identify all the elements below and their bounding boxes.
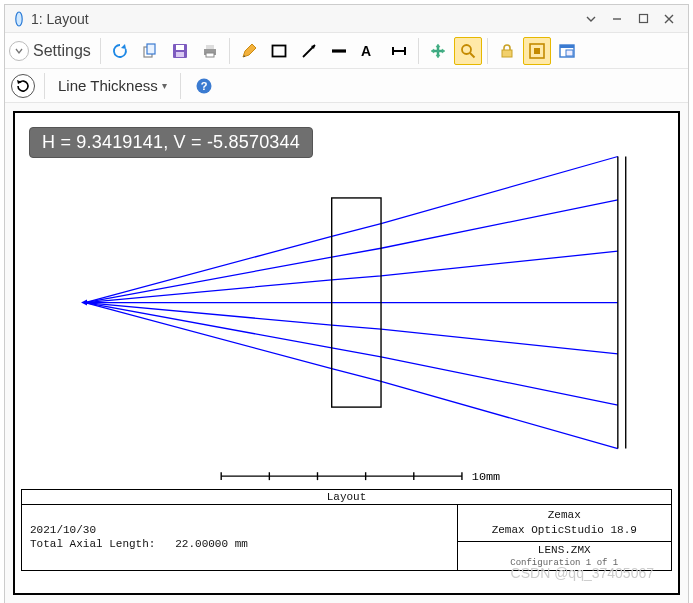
footer-left-cell: 2021/10/30 Total Axial Length: 22.00000 … [22, 505, 458, 571]
maximize-button[interactable] [630, 8, 656, 30]
separator [100, 38, 101, 64]
dimension-tool-button[interactable] [385, 37, 413, 65]
reset-view-button[interactable] [11, 74, 35, 98]
separator [44, 73, 45, 99]
app-window: 1: Layout Settings [4, 4, 689, 603]
footer-right-top: Zemax Zemax OpticStudio 18.9 [457, 505, 672, 542]
refresh-button[interactable] [106, 37, 134, 65]
rectangle-tool-button[interactable] [265, 37, 293, 65]
svg-text:10mm: 10mm [472, 470, 500, 484]
minimize-button[interactable] [604, 8, 630, 30]
window-options-button[interactable] [553, 37, 581, 65]
pan-button[interactable] [424, 37, 452, 65]
app-icon [11, 11, 27, 27]
svg-point-19 [462, 45, 471, 54]
svg-rect-25 [560, 45, 574, 48]
svg-rect-11 [206, 53, 214, 57]
svg-rect-21 [502, 50, 512, 57]
zoom-button[interactable] [454, 37, 482, 65]
close-button[interactable] [656, 8, 682, 30]
coordinate-readout: H = 9.3419141, V = -5.8570344 [29, 127, 313, 158]
window-title: 1: Layout [31, 11, 89, 27]
copy-button[interactable] [136, 37, 164, 65]
svg-rect-23 [534, 48, 540, 54]
settings-button[interactable]: Settings [33, 42, 91, 60]
text-tool-button[interactable]: A [355, 37, 383, 65]
line-thickness-dropdown[interactable]: Line Thickness ▾ [54, 75, 171, 96]
toolbar-main: Settings A [5, 33, 688, 69]
layout-canvas[interactable]: H = 9.3419141, V = -5.8570344 10mm Layou… [13, 111, 680, 595]
svg-rect-26 [566, 50, 573, 56]
chevron-down-icon: ▾ [162, 80, 167, 91]
footer-axial-label: Total Axial Length: [30, 538, 155, 550]
save-button[interactable] [166, 37, 194, 65]
line-tool-button[interactable] [295, 37, 323, 65]
footer-info-table: Layout 2021/10/30 Total Axial Length: 22… [21, 489, 672, 571]
expand-settings-button[interactable] [9, 41, 29, 61]
print-button[interactable] [196, 37, 224, 65]
svg-text:A: A [361, 43, 371, 59]
separator [180, 73, 181, 99]
separator [229, 38, 230, 64]
svg-rect-3 [639, 15, 647, 23]
footer-product: Zemax OpticStudio 18.9 [492, 524, 637, 536]
fit-view-button[interactable] [523, 37, 551, 65]
footer-date: 2021/10/30 [30, 524, 96, 536]
footer-title: Layout [22, 490, 672, 505]
footer-vendor: Zemax [548, 509, 581, 521]
svg-text:?: ? [201, 80, 208, 92]
pencil-tool-button[interactable] [235, 37, 263, 65]
line-thickness-label: Line Thickness [58, 77, 158, 94]
svg-rect-8 [176, 52, 184, 57]
svg-rect-10 [206, 45, 214, 49]
footer-filename: LENS.ZMX [538, 544, 591, 556]
help-button[interactable]: ? [190, 72, 218, 100]
lock-button[interactable] [493, 37, 521, 65]
ray-diagram: 10mm [21, 119, 672, 489]
dropdown-button[interactable] [578, 8, 604, 30]
svg-rect-12 [272, 45, 285, 56]
svg-rect-5 [147, 44, 155, 54]
titlebar: 1: Layout [5, 5, 688, 33]
footer-axial-value: 22.00000 mm [175, 538, 248, 550]
svg-line-20 [470, 53, 475, 58]
svg-rect-7 [176, 45, 184, 50]
footer-config: Configuration 1 of 1 [510, 558, 618, 568]
footer-right-bottom: LENS.ZMX Configuration 1 of 1 [457, 541, 672, 570]
thick-line-tool-button[interactable] [325, 37, 353, 65]
separator [487, 38, 488, 64]
toolbar-secondary: Line Thickness ▾ ? [5, 69, 688, 103]
separator [418, 38, 419, 64]
